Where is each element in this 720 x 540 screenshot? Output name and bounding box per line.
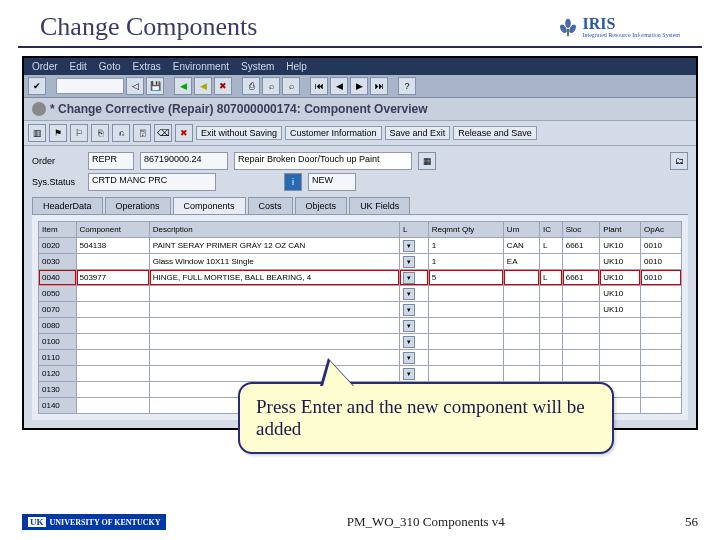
tab-operations[interactable]: Operations xyxy=(105,197,171,214)
app-icon-6[interactable]: ⍰ xyxy=(133,124,151,142)
cell[interactable]: 504138 xyxy=(76,238,149,254)
cell[interactable]: 0050 xyxy=(39,286,77,302)
cell[interactable]: 503977 xyxy=(76,270,149,286)
cell[interactable]: 0010 xyxy=(641,270,682,286)
cell[interactable] xyxy=(641,302,682,318)
save-and-exit-button[interactable]: Save and Exit xyxy=(385,126,451,140)
table-row[interactable]: 0120▾ xyxy=(39,366,682,382)
cell[interactable] xyxy=(149,286,399,302)
col-opac[interactable]: OpAc xyxy=(641,222,682,238)
col-ic[interactable]: IC xyxy=(540,222,563,238)
cell[interactable] xyxy=(149,334,399,350)
cell[interactable] xyxy=(503,270,539,286)
cell[interactable]: 1 xyxy=(428,254,503,270)
menu-environment[interactable]: Environment xyxy=(173,61,229,72)
back-green-icon[interactable]: ◀ xyxy=(174,77,192,95)
find-next-icon[interactable]: ⌕ xyxy=(282,77,300,95)
cell[interactable] xyxy=(641,318,682,334)
menu-goto[interactable]: Goto xyxy=(99,61,121,72)
cell[interactable] xyxy=(540,302,563,318)
cell[interactable]: HINGE, FULL MORTISE, BALL BEARING, 4 xyxy=(149,270,399,286)
cancel-icon[interactable]: ✖ xyxy=(214,77,232,95)
col-item[interactable]: Item xyxy=(39,222,77,238)
cell[interactable] xyxy=(503,302,539,318)
info-icon[interactable]: i xyxy=(284,173,302,191)
exit-icon[interactable]: ◀ xyxy=(194,77,212,95)
release-and-save-button[interactable]: Release and Save xyxy=(453,126,537,140)
cell[interactable] xyxy=(149,318,399,334)
back-icon[interactable]: ◁ xyxy=(126,77,144,95)
cell[interactable]: ▾ xyxy=(399,286,428,302)
last-page-icon[interactable]: ⏭ xyxy=(370,77,388,95)
cell[interactable]: Glass Window 10X11 Single xyxy=(149,254,399,270)
cell[interactable]: ▾ xyxy=(399,318,428,334)
cell[interactable]: 0080 xyxy=(39,318,77,334)
menu-order[interactable]: Order xyxy=(32,61,58,72)
table-row[interactable]: 0020504138PAINT SERAY PRIMER GRAY 12 OZ … xyxy=(39,238,682,254)
cell[interactable] xyxy=(76,318,149,334)
app-icon-7[interactable]: ⌫ xyxy=(154,124,172,142)
cell[interactable] xyxy=(641,350,682,366)
cell[interactable] xyxy=(540,366,563,382)
cell[interactable]: 0030 xyxy=(39,254,77,270)
prev-page-icon[interactable]: ◀ xyxy=(330,77,348,95)
customer-information-button[interactable]: Customer Information xyxy=(285,126,382,140)
cell[interactable] xyxy=(562,350,600,366)
app-icon-1[interactable]: ▥ xyxy=(28,124,46,142)
cell[interactable] xyxy=(503,350,539,366)
cell[interactable] xyxy=(428,302,503,318)
cell[interactable] xyxy=(149,350,399,366)
app-icon-5[interactable]: ⎌ xyxy=(112,124,130,142)
lookup-icon[interactable]: ▾ xyxy=(403,368,415,380)
cell[interactable] xyxy=(503,318,539,334)
cell[interactable] xyxy=(600,366,641,382)
enter-icon[interactable]: ✔ xyxy=(28,77,46,95)
lookup-icon[interactable]: ▾ xyxy=(403,240,415,252)
cell[interactable]: 0040 xyxy=(39,270,77,286)
cell[interactable]: EA xyxy=(503,254,539,270)
cell[interactable]: ▾ xyxy=(399,270,428,286)
cell[interactable]: ▾ xyxy=(399,366,428,382)
cell[interactable] xyxy=(540,318,563,334)
cell[interactable]: 0010 xyxy=(641,254,682,270)
exit-without-saving-button[interactable]: Exit without Saving xyxy=(196,126,282,140)
cell[interactable] xyxy=(149,302,399,318)
menu-extras[interactable]: Extras xyxy=(132,61,160,72)
cell[interactable] xyxy=(540,254,563,270)
col-sloc[interactable]: Sloc xyxy=(562,222,600,238)
cell[interactable] xyxy=(503,334,539,350)
cell[interactable] xyxy=(76,366,149,382)
cell[interactable] xyxy=(641,286,682,302)
cell[interactable] xyxy=(641,334,682,350)
col-description[interactable]: Description xyxy=(149,222,399,238)
cell[interactable]: 0020 xyxy=(39,238,77,254)
cell[interactable]: 0100 xyxy=(39,334,77,350)
menu-edit[interactable]: Edit xyxy=(70,61,87,72)
cell[interactable] xyxy=(562,302,600,318)
app-icon-4[interactable]: ⎘ xyxy=(91,124,109,142)
next-page-icon[interactable]: ▶ xyxy=(350,77,368,95)
cell[interactable] xyxy=(428,286,503,302)
cell[interactable] xyxy=(540,286,563,302)
cell[interactable]: UK10 xyxy=(600,270,641,286)
cell[interactable] xyxy=(600,334,641,350)
cell[interactable] xyxy=(600,318,641,334)
table-row[interactable]: 0070▾UK10 xyxy=(39,302,682,318)
cell[interactable]: PAINT SERAY PRIMER GRAY 12 OZ CAN xyxy=(149,238,399,254)
cell[interactable]: UK10 xyxy=(600,286,641,302)
cell[interactable]: ▾ xyxy=(399,302,428,318)
tab-uk-fields[interactable]: UK Fields xyxy=(349,197,410,214)
cell[interactable]: 0070 xyxy=(39,302,77,318)
cell[interactable]: ▾ xyxy=(399,350,428,366)
notification-icon[interactable]: 🗂 xyxy=(670,152,688,170)
cell[interactable] xyxy=(503,286,539,302)
cell[interactable] xyxy=(428,366,503,382)
cell[interactable] xyxy=(540,350,563,366)
tab-objects[interactable]: Objects xyxy=(295,197,348,214)
cell[interactable] xyxy=(562,334,600,350)
cell[interactable]: 1 xyxy=(428,238,503,254)
cell[interactable]: UK10 xyxy=(600,302,641,318)
table-row[interactable]: 0040503977HINGE, FULL MORTISE, BALL BEAR… xyxy=(39,270,682,286)
tab-costs[interactable]: Costs xyxy=(248,197,293,214)
cell[interactable]: CAN xyxy=(503,238,539,254)
